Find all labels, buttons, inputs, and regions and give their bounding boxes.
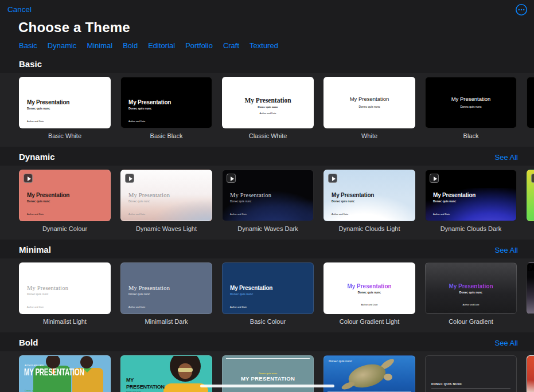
theme-label: Dynamic Colour (19, 225, 111, 233)
section-title: Dynamic (19, 152, 55, 162)
cancel-button[interactable]: Cancel (7, 5, 32, 14)
slide-author: Author and Date (324, 304, 415, 307)
theme-card-bold-dark[interactable]: DONEC QUIS NUNCMY PRESENTATION (425, 355, 517, 392)
slide-subtitle: Donec quis nunc (25, 389, 42, 392)
slide-title: My Presentation (223, 97, 313, 104)
page-title: Choose a Theme (18, 19, 130, 36)
tab-textured[interactable]: Textured (250, 41, 278, 50)
theme-card-black[interactable]: My PresentationDonec quis nuncBlack (425, 77, 517, 140)
slide-author: Author and Date (27, 306, 44, 309)
slide-title: MYPRESENTATION (126, 377, 165, 390)
section-basic: BasicMy PresentationDonec quis nuncAutho… (0, 54, 534, 147)
divider-line (328, 391, 411, 391)
theme-card-dynamic-colour[interactable]: My PresentationDonec quis nuncAuthor and… (19, 170, 111, 233)
theme-card-colour-gradient-light[interactable]: My PresentationDonec quis nuncAuthor and… (323, 262, 415, 326)
tab-portfolio[interactable]: Portfolio (185, 41, 213, 50)
theme-card-basic-colour[interactable]: My PresentationDonec quis nuncAuthor and… (222, 262, 314, 326)
theme-card-dynamic-clouds-light[interactable]: My PresentationDonec quis nuncAuthor and… (323, 170, 415, 233)
theme-label: Dynamic Clouds Light (323, 225, 415, 233)
tab-editorial[interactable]: Editorial (148, 41, 175, 50)
theme-label: White (323, 132, 415, 140)
theme-card-bold-afro[interactable]: MYPRESENTATIONDonec quis nunc (120, 355, 212, 392)
theme-card-minimalist-dark[interactable]: My PresentationDonec quis nuncAuthor and… (120, 262, 212, 326)
theme-thumbnail: My PresentationDonec quis nuncAuthor and… (19, 170, 111, 221)
theme-thumbnail: My PresentationDonec quis nuncAuthor and… (19, 77, 111, 128)
theme-card-classic-white[interactable]: My PresentationDonec quis nuncAuthor and… (222, 77, 314, 140)
divider-line (226, 358, 310, 359)
slide-subtitle: Donec quis nunc (433, 200, 456, 203)
theme-card-bold-turtle[interactable]: Donec quis nunc (323, 355, 415, 392)
slide-subtitle: Donec quis nunc (128, 107, 151, 111)
turtle-head (384, 374, 392, 381)
see-all-link[interactable]: See All (495, 153, 518, 162)
theme-label: Minimalist Light (19, 318, 111, 326)
slide-title: My Presentation (128, 285, 170, 292)
slide-subtitle: Donec quis nunc (27, 200, 50, 203)
theme-gallery: BasicMy PresentationDonec quis nuncAutho… (0, 54, 534, 392)
theme-card-bold-collage-partial[interactable] (527, 355, 534, 392)
slide-title: MY PRESENTATION (223, 375, 313, 382)
theme-card-black-partial[interactable]: My PresentationDonec quis nunc (527, 77, 534, 140)
tab-minimal[interactable]: Minimal (87, 41, 112, 50)
theme-thumbnail: DONEC QUIS NUNCMY PRESENTATION (425, 355, 517, 392)
theme-label: Classic White (222, 132, 314, 140)
theme-card-dynamic-waves-dark[interactable]: My PresentationDonec quis nuncAuthor and… (222, 170, 314, 233)
theme-card-minimal-dark-gradient-partial[interactable]: My PresentationDonec quis nunc (527, 262, 534, 326)
theme-thumbnail: My PresentationDonec quis nunc (323, 77, 415, 128)
theme-card-minimalist-light[interactable]: My PresentationDonec quis nuncAuthor and… (19, 262, 111, 326)
slide-author: Author and Date (27, 120, 44, 123)
theme-thumbnail: My PresentationDonec quis nuncAuthor and… (222, 170, 314, 221)
theme-card-white[interactable]: My PresentationDonec quis nuncWhite (323, 77, 415, 140)
slide-title: My Presentation (128, 99, 171, 106)
slide-subtitle: Donec quis nunc (223, 372, 313, 375)
theme-thumbnail: My PresentationDonec quis nuncAuthor and… (222, 77, 314, 128)
theme-thumbnail: My PresentationDonec quis nunc (425, 77, 517, 128)
home-indicator[interactable] (200, 385, 334, 387)
slide-author: Author and Date (128, 120, 145, 123)
tab-bold[interactable]: Bold (123, 41, 138, 50)
slide-title: My Presentation (324, 283, 415, 290)
play-icon (430, 174, 439, 183)
theme-label: Basic Black (120, 132, 212, 140)
theme-label: Dynamic Clouds Dark (425, 225, 517, 233)
slide-subtitle: Donec quis nunc (426, 291, 516, 295)
theme-strip: My PresentationDonec quis nuncAuthor and… (0, 166, 534, 240)
more-options-button[interactable] (515, 3, 528, 16)
slide-author: Author and Date (128, 213, 145, 216)
tab-basic[interactable]: Basic (19, 41, 37, 50)
theme-card-bold-people[interactable]: AUTHOR AND DATEMY PRESENTATIONDonec quis… (19, 355, 111, 392)
slide-subtitle: Donec quis nunc (332, 200, 354, 203)
theme-card-basic-white[interactable]: My PresentationDonec quis nuncAuthor and… (19, 77, 111, 140)
slide-author: Author and Date (332, 213, 348, 216)
theme-card-basic-black[interactable]: My PresentationDonec quis nuncAuthor and… (120, 77, 212, 140)
category-tabs: BasicDynamicMinimalBoldEditorialPortfoli… (19, 41, 278, 50)
slide-title: MY PRESENTATION (431, 390, 510, 392)
slide-title: My Presentation (230, 192, 271, 199)
tab-dynamic[interactable]: Dynamic (48, 41, 77, 50)
see-all-link[interactable]: See All (495, 339, 518, 347)
slide-author: Author and Date (230, 306, 247, 309)
section-title: Bold (19, 338, 38, 347)
see-all-link[interactable]: See All (495, 246, 518, 254)
slide-subtitle: Donec quis nunc (324, 105, 415, 109)
slide-subtitle: Donec quis nunc (527, 263, 534, 273)
theme-thumbnail: AUTHOR AND DATEMY PRESENTATIONDonec quis… (19, 355, 111, 392)
slide-title: My Presentation (27, 285, 68, 292)
section-minimal: MinimalSee AllMy PresentationDonec quis … (0, 240, 534, 332)
theme-thumbnail: My PresentationDonec quis nuncAuthor and… (425, 170, 517, 221)
slide-subtitle: Donec quis nunc (128, 200, 150, 203)
sunglasses (178, 368, 193, 372)
theme-thumbnail: My PresentationDonec quis nuncAuthor and… (120, 262, 212, 314)
theme-label: Black (425, 132, 517, 140)
theme-card-dynamic-waves-light[interactable]: My PresentationDonec quis nuncAuthor and… (120, 170, 212, 233)
slide-title: My Presentation (332, 192, 374, 199)
theme-card-colour-gradient[interactable]: My PresentationDonec quis nuncAuthor and… (425, 262, 517, 326)
theme-label: Dynamic Waves Dark (222, 225, 314, 233)
section-bold: BoldSee AllAUTHOR AND DATEMY PRESENTATIO… (0, 332, 534, 392)
slide-subtitle: DONEC QUIS NUNC (431, 382, 462, 386)
theme-card-dynamic-green-partial[interactable]: My PresentationDonec quis nunc (527, 170, 534, 233)
theme-card-dynamic-clouds-dark[interactable]: My PresentationDonec quis nuncAuthor and… (425, 170, 517, 233)
theme-thumbnail: Donec quis nunc (323, 355, 415, 392)
tab-craft[interactable]: Craft (223, 41, 239, 50)
slide-title: My Presentation (230, 285, 272, 292)
